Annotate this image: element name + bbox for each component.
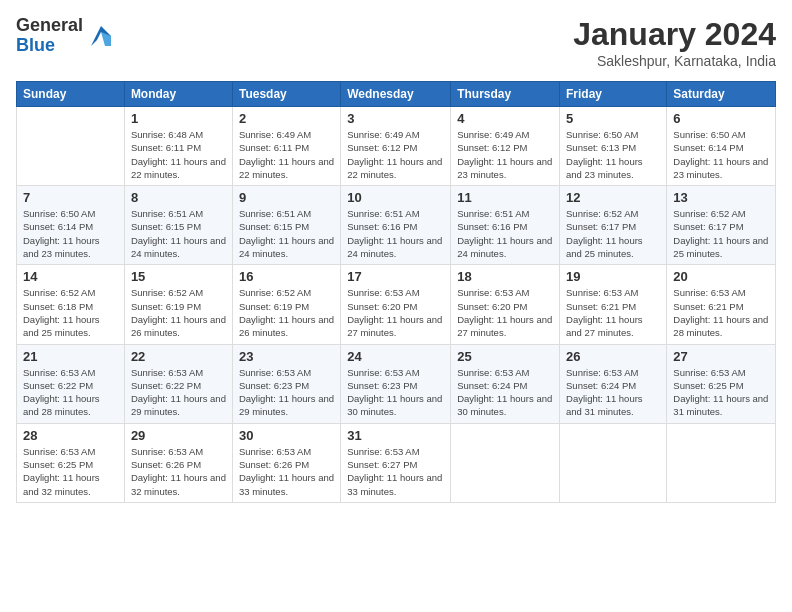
day-info: Sunrise: 6:53 AMSunset: 6:25 PMDaylight:… xyxy=(673,366,769,419)
day-number: 15 xyxy=(131,269,226,284)
day-info: Sunrise: 6:49 AMSunset: 6:11 PMDaylight:… xyxy=(239,128,334,181)
day-number: 7 xyxy=(23,190,118,205)
day-number: 21 xyxy=(23,349,118,364)
day-info: Sunrise: 6:53 AMSunset: 6:23 PMDaylight:… xyxy=(347,366,444,419)
calendar-cell: 14Sunrise: 6:52 AMSunset: 6:18 PMDayligh… xyxy=(17,265,125,344)
day-number: 10 xyxy=(347,190,444,205)
calendar-cell: 19Sunrise: 6:53 AMSunset: 6:21 PMDayligh… xyxy=(560,265,667,344)
day-info: Sunrise: 6:49 AMSunset: 6:12 PMDaylight:… xyxy=(347,128,444,181)
day-info: Sunrise: 6:53 AMSunset: 6:24 PMDaylight:… xyxy=(457,366,553,419)
day-info: Sunrise: 6:53 AMSunset: 6:21 PMDaylight:… xyxy=(673,286,769,339)
day-number: 19 xyxy=(566,269,660,284)
calendar-cell: 15Sunrise: 6:52 AMSunset: 6:19 PMDayligh… xyxy=(124,265,232,344)
day-info: Sunrise: 6:53 AMSunset: 6:20 PMDaylight:… xyxy=(457,286,553,339)
calendar-cell: 26Sunrise: 6:53 AMSunset: 6:24 PMDayligh… xyxy=(560,344,667,423)
calendar-table: SundayMondayTuesdayWednesdayThursdayFrid… xyxy=(16,81,776,503)
calendar-cell: 12Sunrise: 6:52 AMSunset: 6:17 PMDayligh… xyxy=(560,186,667,265)
day-info: Sunrise: 6:52 AMSunset: 6:19 PMDaylight:… xyxy=(131,286,226,339)
day-info: Sunrise: 6:53 AMSunset: 6:27 PMDaylight:… xyxy=(347,445,444,498)
day-number: 11 xyxy=(457,190,553,205)
calendar-week-row: 1Sunrise: 6:48 AMSunset: 6:11 PMDaylight… xyxy=(17,107,776,186)
day-info: Sunrise: 6:51 AMSunset: 6:15 PMDaylight:… xyxy=(131,207,226,260)
day-info: Sunrise: 6:53 AMSunset: 6:23 PMDaylight:… xyxy=(239,366,334,419)
title-section: January 2024 Sakleshpur, Karnataka, Indi… xyxy=(573,16,776,69)
day-info: Sunrise: 6:52 AMSunset: 6:19 PMDaylight:… xyxy=(239,286,334,339)
calendar-cell: 31Sunrise: 6:53 AMSunset: 6:27 PMDayligh… xyxy=(341,423,451,502)
calendar-cell: 8Sunrise: 6:51 AMSunset: 6:15 PMDaylight… xyxy=(124,186,232,265)
day-info: Sunrise: 6:52 AMSunset: 6:17 PMDaylight:… xyxy=(566,207,660,260)
calendar-week-row: 7Sunrise: 6:50 AMSunset: 6:14 PMDaylight… xyxy=(17,186,776,265)
day-number: 26 xyxy=(566,349,660,364)
calendar-header-wednesday: Wednesday xyxy=(341,82,451,107)
day-number: 9 xyxy=(239,190,334,205)
day-number: 27 xyxy=(673,349,769,364)
day-info: Sunrise: 6:49 AMSunset: 6:12 PMDaylight:… xyxy=(457,128,553,181)
svg-marker-1 xyxy=(101,32,111,46)
day-info: Sunrise: 6:53 AMSunset: 6:26 PMDaylight:… xyxy=(239,445,334,498)
calendar-cell: 27Sunrise: 6:53 AMSunset: 6:25 PMDayligh… xyxy=(667,344,776,423)
calendar-cell: 5Sunrise: 6:50 AMSunset: 6:13 PMDaylight… xyxy=(560,107,667,186)
calendar-week-row: 21Sunrise: 6:53 AMSunset: 6:22 PMDayligh… xyxy=(17,344,776,423)
calendar-cell: 2Sunrise: 6:49 AMSunset: 6:11 PMDaylight… xyxy=(232,107,340,186)
calendar-cell: 29Sunrise: 6:53 AMSunset: 6:26 PMDayligh… xyxy=(124,423,232,502)
day-info: Sunrise: 6:50 AMSunset: 6:14 PMDaylight:… xyxy=(23,207,118,260)
day-info: Sunrise: 6:48 AMSunset: 6:11 PMDaylight:… xyxy=(131,128,226,181)
page-container: General Blue January 2024 Sakleshpur, Ka… xyxy=(0,0,792,511)
location-subtitle: Sakleshpur, Karnataka, India xyxy=(573,53,776,69)
calendar-cell: 23Sunrise: 6:53 AMSunset: 6:23 PMDayligh… xyxy=(232,344,340,423)
day-info: Sunrise: 6:53 AMSunset: 6:25 PMDaylight:… xyxy=(23,445,118,498)
day-number: 20 xyxy=(673,269,769,284)
logo-icon xyxy=(87,22,115,50)
day-info: Sunrise: 6:52 AMSunset: 6:17 PMDaylight:… xyxy=(673,207,769,260)
calendar-cell: 3Sunrise: 6:49 AMSunset: 6:12 PMDaylight… xyxy=(341,107,451,186)
day-number: 31 xyxy=(347,428,444,443)
day-number: 3 xyxy=(347,111,444,126)
day-number: 13 xyxy=(673,190,769,205)
logo-blue-text: Blue xyxy=(16,36,83,56)
day-number: 12 xyxy=(566,190,660,205)
day-number: 5 xyxy=(566,111,660,126)
calendar-cell: 25Sunrise: 6:53 AMSunset: 6:24 PMDayligh… xyxy=(451,344,560,423)
day-info: Sunrise: 6:52 AMSunset: 6:18 PMDaylight:… xyxy=(23,286,118,339)
calendar-cell: 21Sunrise: 6:53 AMSunset: 6:22 PMDayligh… xyxy=(17,344,125,423)
calendar-cell: 4Sunrise: 6:49 AMSunset: 6:12 PMDaylight… xyxy=(451,107,560,186)
day-number: 29 xyxy=(131,428,226,443)
calendar-week-row: 14Sunrise: 6:52 AMSunset: 6:18 PMDayligh… xyxy=(17,265,776,344)
calendar-header-row: SundayMondayTuesdayWednesdayThursdayFrid… xyxy=(17,82,776,107)
day-info: Sunrise: 6:50 AMSunset: 6:13 PMDaylight:… xyxy=(566,128,660,181)
calendar-cell xyxy=(667,423,776,502)
day-number: 23 xyxy=(239,349,334,364)
day-info: Sunrise: 6:51 AMSunset: 6:15 PMDaylight:… xyxy=(239,207,334,260)
day-info: Sunrise: 6:53 AMSunset: 6:22 PMDaylight:… xyxy=(131,366,226,419)
logo-general-text: General xyxy=(16,16,83,36)
day-number: 2 xyxy=(239,111,334,126)
day-info: Sunrise: 6:51 AMSunset: 6:16 PMDaylight:… xyxy=(457,207,553,260)
calendar-header-monday: Monday xyxy=(124,82,232,107)
day-info: Sunrise: 6:53 AMSunset: 6:22 PMDaylight:… xyxy=(23,366,118,419)
calendar-header-thursday: Thursday xyxy=(451,82,560,107)
calendar-cell: 9Sunrise: 6:51 AMSunset: 6:15 PMDaylight… xyxy=(232,186,340,265)
day-info: Sunrise: 6:50 AMSunset: 6:14 PMDaylight:… xyxy=(673,128,769,181)
calendar-cell: 28Sunrise: 6:53 AMSunset: 6:25 PMDayligh… xyxy=(17,423,125,502)
day-number: 28 xyxy=(23,428,118,443)
calendar-week-row: 28Sunrise: 6:53 AMSunset: 6:25 PMDayligh… xyxy=(17,423,776,502)
day-number: 16 xyxy=(239,269,334,284)
calendar-cell: 10Sunrise: 6:51 AMSunset: 6:16 PMDayligh… xyxy=(341,186,451,265)
calendar-cell xyxy=(17,107,125,186)
calendar-cell: 16Sunrise: 6:52 AMSunset: 6:19 PMDayligh… xyxy=(232,265,340,344)
day-number: 6 xyxy=(673,111,769,126)
calendar-cell: 22Sunrise: 6:53 AMSunset: 6:22 PMDayligh… xyxy=(124,344,232,423)
calendar-cell: 18Sunrise: 6:53 AMSunset: 6:20 PMDayligh… xyxy=(451,265,560,344)
calendar-cell: 7Sunrise: 6:50 AMSunset: 6:14 PMDaylight… xyxy=(17,186,125,265)
logo: General Blue xyxy=(16,16,115,56)
day-info: Sunrise: 6:53 AMSunset: 6:24 PMDaylight:… xyxy=(566,366,660,419)
day-number: 30 xyxy=(239,428,334,443)
calendar-cell xyxy=(560,423,667,502)
calendar-header-saturday: Saturday xyxy=(667,82,776,107)
day-number: 14 xyxy=(23,269,118,284)
calendar-cell: 6Sunrise: 6:50 AMSunset: 6:14 PMDaylight… xyxy=(667,107,776,186)
calendar-header-sunday: Sunday xyxy=(17,82,125,107)
calendar-cell: 20Sunrise: 6:53 AMSunset: 6:21 PMDayligh… xyxy=(667,265,776,344)
day-number: 22 xyxy=(131,349,226,364)
month-year-title: January 2024 xyxy=(573,16,776,53)
